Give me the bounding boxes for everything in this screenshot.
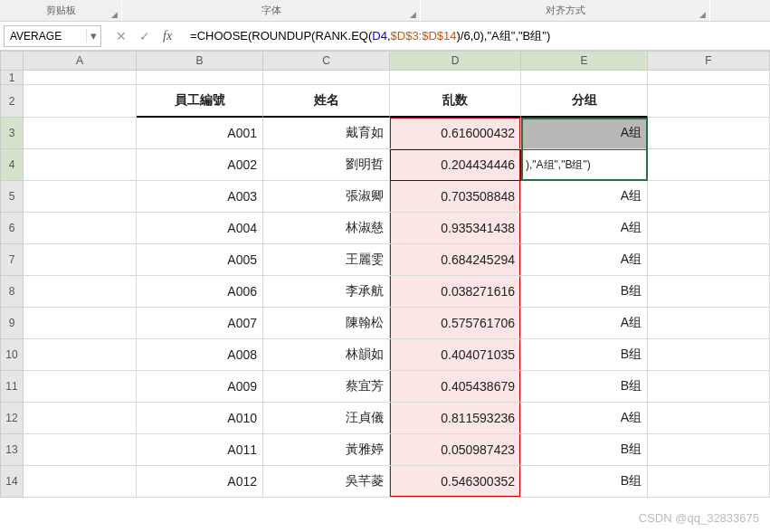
cell[interactable]: A组: [521, 244, 648, 276]
cell[interactable]: 0.616000432: [390, 118, 521, 149]
cell-header-name[interactable]: 姓名: [263, 85, 390, 118]
row-header[interactable]: 12: [0, 403, 24, 434]
row-header[interactable]: 5: [0, 181, 24, 213]
cell[interactable]: [24, 276, 137, 308]
cell[interactable]: 0.703508848: [390, 181, 521, 213]
col-header-E[interactable]: E: [521, 51, 648, 71]
cell[interactable]: 0.684245294: [390, 244, 521, 276]
cell[interactable]: A组: [521, 308, 648, 339]
row-header[interactable]: 11: [0, 371, 24, 403]
cell[interactable]: A006: [137, 276, 263, 308]
enter-icon[interactable]: ✓: [139, 29, 150, 43]
cell[interactable]: A001: [137, 118, 263, 149]
cell[interactable]: [648, 276, 770, 308]
cell[interactable]: A组: [521, 118, 648, 149]
cell[interactable]: [263, 71, 390, 85]
cell[interactable]: 0.575761706: [390, 308, 521, 339]
cell[interactable]: A011: [137, 434, 263, 466]
row-header[interactable]: 14: [0, 466, 24, 498]
cell[interactable]: 黃雅婷: [263, 434, 390, 466]
cell[interactable]: 劉明哲: [263, 149, 390, 181]
cell[interactable]: [648, 371, 770, 403]
row-header[interactable]: 9: [0, 308, 24, 339]
cell-header-group[interactable]: 分组: [521, 85, 648, 118]
name-box-input[interactable]: [5, 30, 86, 43]
cell[interactable]: [24, 71, 137, 85]
formula-input[interactable]: =CHOOSE(ROUNDUP(RANK.EQ(D4,$D$3:$D$14)/6…: [186, 28, 766, 44]
cell[interactable]: [24, 371, 137, 403]
cell[interactable]: [390, 71, 521, 85]
cell[interactable]: [648, 213, 770, 244]
cell[interactable]: [648, 118, 770, 149]
cell[interactable]: [24, 85, 137, 118]
cell[interactable]: [648, 466, 770, 498]
col-header-A[interactable]: A: [24, 51, 137, 71]
edit-overlay[interactable]: ),"A组","B组"): [521, 149, 647, 180]
cell[interactable]: [24, 466, 137, 498]
name-box[interactable]: ▾: [4, 25, 101, 47]
cell[interactable]: [648, 71, 770, 85]
col-header-D[interactable]: D: [390, 51, 521, 71]
cell[interactable]: A007: [137, 308, 263, 339]
cell[interactable]: A005: [137, 244, 263, 276]
cell[interactable]: A002: [137, 149, 263, 181]
cell[interactable]: B组: [521, 371, 648, 403]
cell[interactable]: A003: [137, 181, 263, 213]
cell[interactable]: 李承航: [263, 276, 390, 308]
cell[interactable]: A组: [521, 403, 648, 434]
cell[interactable]: B组: [521, 434, 648, 466]
cell-header-id[interactable]: 員工編號: [137, 85, 263, 118]
cancel-icon[interactable]: ✕: [116, 29, 127, 43]
cell[interactable]: 王麗雯: [263, 244, 390, 276]
cell-header-rand[interactable]: 乱数: [390, 85, 521, 118]
cell[interactable]: 林淑慈: [263, 213, 390, 244]
cell[interactable]: [24, 403, 137, 434]
cell[interactable]: A012: [137, 466, 263, 498]
cell[interactable]: A004: [137, 213, 263, 244]
select-all-corner[interactable]: [0, 51, 24, 71]
row-header[interactable]: 6: [0, 213, 24, 244]
row-header[interactable]: 2: [0, 85, 24, 118]
row-header[interactable]: 4: [0, 149, 24, 181]
cell[interactable]: [648, 244, 770, 276]
cell[interactable]: 0.935341438: [390, 213, 521, 244]
row-header[interactable]: 13: [0, 434, 24, 466]
row-header[interactable]: 3: [0, 118, 24, 149]
chevron-down-icon[interactable]: ▾: [86, 29, 100, 43]
cell[interactable]: [648, 181, 770, 213]
cell[interactable]: 戴育如: [263, 118, 390, 149]
cell[interactable]: 林韻如: [263, 339, 390, 371]
cell[interactable]: 0.546300352: [390, 466, 521, 498]
cell[interactable]: B组: [521, 339, 648, 371]
col-header-C[interactable]: C: [263, 51, 390, 71]
cell[interactable]: [648, 403, 770, 434]
cell[interactable]: [137, 71, 263, 85]
cell[interactable]: 0.405438679: [390, 371, 521, 403]
cell[interactable]: 陳翰松: [263, 308, 390, 339]
cell[interactable]: [521, 71, 648, 85]
cell[interactable]: [24, 339, 137, 371]
row-header[interactable]: 7: [0, 244, 24, 276]
cell[interactable]: [648, 434, 770, 466]
cell[interactable]: [24, 244, 137, 276]
cell[interactable]: A组: [521, 181, 648, 213]
cell[interactable]: A008: [137, 339, 263, 371]
cell[interactable]: ),"A组","B组"): [521, 149, 648, 181]
fx-icon[interactable]: fx: [163, 29, 172, 43]
cell[interactable]: [648, 85, 770, 118]
dialog-launcher-icon[interactable]: ◢: [699, 10, 706, 19]
row-header[interactable]: 1: [0, 71, 24, 85]
cell[interactable]: [24, 118, 137, 149]
cell[interactable]: A组: [521, 213, 648, 244]
cell[interactable]: [24, 213, 137, 244]
cell[interactable]: [648, 149, 770, 181]
cell[interactable]: 0.811593236: [390, 403, 521, 434]
cell[interactable]: 蔡宜芳: [263, 371, 390, 403]
row-header[interactable]: 10: [0, 339, 24, 371]
cell[interactable]: [24, 308, 137, 339]
dialog-launcher-icon[interactable]: ◢: [410, 10, 416, 19]
row-header[interactable]: 8: [0, 276, 24, 308]
cell[interactable]: [24, 434, 137, 466]
cell[interactable]: A009: [137, 371, 263, 403]
cell[interactable]: [648, 339, 770, 371]
